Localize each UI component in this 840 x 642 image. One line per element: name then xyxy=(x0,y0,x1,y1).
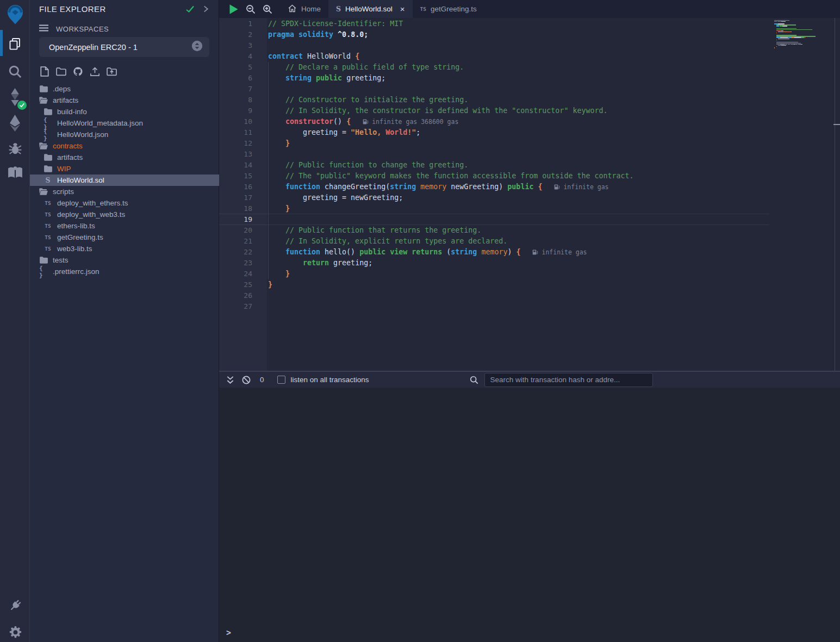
upload-files-button[interactable] xyxy=(90,66,100,77)
line-number: 13 xyxy=(219,149,252,160)
line-number: 24 xyxy=(219,269,252,279)
code-line-11: greeting = "Hello, World!"; xyxy=(267,127,769,138)
tree-item-helloworld-sol[interactable]: SHelloWorld.sol xyxy=(30,174,219,186)
line-number: 21 xyxy=(219,236,252,247)
tab-getgreeting-ts[interactable]: TS getGreeting.ts xyxy=(413,0,484,18)
tree-item--deps[interactable]: .deps xyxy=(30,83,219,95)
tree-item-deploy-with-web3-ts[interactable]: TSdeploy_with_web3.ts xyxy=(30,209,219,220)
expand-terminal-icon[interactable] xyxy=(226,376,234,384)
solidity-icon: S xyxy=(43,176,52,184)
code-line-23: return greeting; xyxy=(267,258,769,269)
code-line-19 xyxy=(267,214,769,225)
solidity-file-icon: S xyxy=(336,5,341,13)
line-number: 8 xyxy=(219,95,252,105)
terminal-search-input[interactable] xyxy=(484,373,653,387)
tree-item-artifacts[interactable]: artifacts xyxy=(30,152,219,163)
folder-open-icon xyxy=(39,142,48,149)
tree-item-contracts[interactable]: contracts xyxy=(30,140,219,152)
tab-helloworld-sol[interactable]: S HelloWorld.sol × xyxy=(328,0,413,18)
compile-success-badge xyxy=(17,101,27,110)
chevron-right-icon[interactable] xyxy=(202,4,210,16)
line-number: 3 xyxy=(219,40,252,51)
line-number: 27 xyxy=(219,301,252,312)
tab-label: getGreeting.ts xyxy=(431,5,477,13)
workspace-ok-icon xyxy=(185,5,195,16)
tree-item-wip[interactable]: WIP xyxy=(30,163,219,174)
tree-item-helloworld-metadata-json[interactable]: { }HelloWorld_metadata.json xyxy=(30,117,219,129)
tree-item-label: ethers-lib.ts xyxy=(57,222,95,230)
tree-item-label: HelloWorld.json xyxy=(57,130,108,139)
upload-folder-button[interactable] xyxy=(107,66,117,77)
run-script-button[interactable] xyxy=(229,4,239,15)
create-new-file-button[interactable] xyxy=(39,66,49,77)
code-line-15: // The "public" keyword makes the functi… xyxy=(267,171,769,182)
code-line-10: constructor() {infinite gas 368600 gas xyxy=(267,116,769,127)
tree-item--prettierrc-json[interactable]: { }.prettierrc.json xyxy=(30,266,219,277)
file-tree: .depsartifactsbuild-info{ }HelloWorld_me… xyxy=(30,83,219,277)
tree-item-label: .prettierrc.json xyxy=(53,267,99,276)
workspace-select[interactable]: OpenZeppelin ERC20 - 1 xyxy=(39,37,209,57)
tree-item-label: WIP xyxy=(57,165,71,173)
code-line-27 xyxy=(267,301,769,312)
zoom-out-icon[interactable] xyxy=(246,4,256,14)
gas-estimate-annotation: infinite gas xyxy=(532,247,587,258)
code-line-8: // Constructor to initialize the greetin… xyxy=(267,95,769,105)
line-number: 18 xyxy=(219,203,252,214)
code-line-14: // Public function to change the greetin… xyxy=(267,160,769,171)
code-editor[interactable]: 1234567891011121314151617181920212223242… xyxy=(219,18,840,371)
scrollbar-marker[interactable] xyxy=(833,124,840,125)
tree-item-label: getGreeting.ts xyxy=(57,233,103,241)
clone-git-repository-button[interactable] xyxy=(73,66,83,77)
zoom-in-icon[interactable] xyxy=(263,4,272,14)
tree-item-label: contracts xyxy=(53,142,83,150)
panel-title: FILE EXPLORER xyxy=(39,4,106,14)
solidity-compiler-icon[interactable] xyxy=(0,86,30,108)
code-content[interactable]: // SPDX-License-Identifier: MITpragma so… xyxy=(267,18,769,312)
search-icon[interactable] xyxy=(0,61,30,81)
ts-icon: TS xyxy=(43,246,52,252)
clear-console-icon[interactable] xyxy=(242,376,251,384)
minimap[interactable] xyxy=(774,20,817,51)
line-number: 5 xyxy=(219,62,252,73)
transaction-count: 0 xyxy=(260,376,264,384)
learneth-icon[interactable] xyxy=(0,163,30,182)
code-line-13 xyxy=(267,149,769,160)
code-line-24: } xyxy=(267,269,769,279)
close-tab-icon[interactable]: × xyxy=(400,5,405,13)
tree-item-scripts[interactable]: scripts xyxy=(30,186,219,197)
hamburger-menu-icon[interactable] xyxy=(39,24,48,34)
tree-item-label: tests xyxy=(53,256,69,264)
settings-icon[interactable] xyxy=(0,624,30,641)
tree-item-helloworld-json[interactable]: { }HelloWorld.json xyxy=(30,129,219,140)
tab-label: Home xyxy=(301,5,321,13)
create-new-folder-button[interactable] xyxy=(56,66,66,77)
workspace-sort-icon xyxy=(191,40,203,54)
remix-ide: FILE EXPLORER WORKSPACES OpenZeppelin ER… xyxy=(0,0,840,642)
line-number: 10 xyxy=(219,116,252,127)
tree-item-web3-lib-ts[interactable]: TSweb3-lib.ts xyxy=(30,243,219,254)
file-explorer-icon[interactable] xyxy=(0,33,30,54)
tree-item-getgreeting-ts[interactable]: TSgetGreeting.ts xyxy=(30,232,219,243)
tree-item-tests[interactable]: tests xyxy=(30,254,219,266)
ts-icon: TS xyxy=(43,200,52,206)
tree-item-deploy-with-ethers-ts[interactable]: TSdeploy_with_ethers.ts xyxy=(30,197,219,209)
remix-logo-icon[interactable] xyxy=(0,3,30,26)
tree-item-build-info[interactable]: build-info xyxy=(30,106,219,117)
tree-item-artifacts[interactable]: artifacts xyxy=(30,95,219,106)
tree-item-label: artifacts xyxy=(53,96,78,104)
activity-bar xyxy=(0,0,30,642)
tree-item-ethers-lib-ts[interactable]: TSethers-lib.ts xyxy=(30,220,219,232)
terminal-output[interactable]: > xyxy=(219,388,840,642)
folder-closed-icon xyxy=(43,108,52,115)
workspace-selected-value: OpenZeppelin ERC20 - 1 xyxy=(49,43,191,52)
workspaces-header: WORKSPACES xyxy=(39,24,109,34)
deploy-run-icon[interactable] xyxy=(0,113,30,133)
debugger-icon[interactable] xyxy=(0,139,30,158)
tree-item-label: web3-lib.ts xyxy=(57,245,92,253)
terminal-toolbar: 0 listen on all transactions xyxy=(219,371,840,388)
plugin-manager-icon[interactable] xyxy=(0,597,30,614)
code-line-16: function changeGreeting(string memory ne… xyxy=(267,182,769,192)
tab-home[interactable]: Home xyxy=(280,0,328,18)
code-line-2: pragma solidity ^0.8.0; xyxy=(267,29,769,40)
listen-transactions-checkbox[interactable] xyxy=(277,376,285,384)
